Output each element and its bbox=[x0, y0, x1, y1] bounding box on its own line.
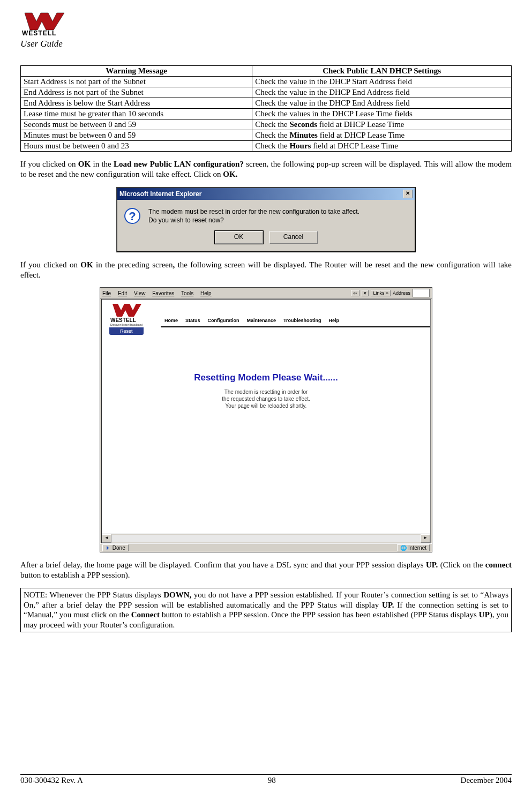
warn-msg: Seconds must be between 0 and 59 bbox=[21, 119, 252, 130]
svg-text:Discover Better Broadband: Discover Better Broadband bbox=[110, 323, 143, 326]
ie-dialog: Microsoft Internet Explorer ✕ ? The mode… bbox=[20, 187, 512, 252]
tab-maintenance[interactable]: Maintenance bbox=[243, 316, 280, 325]
dialog-message: The modem must be reset in order for the… bbox=[148, 207, 359, 225]
scroll-track[interactable] bbox=[111, 535, 421, 542]
address-input[interactable] bbox=[413, 289, 430, 297]
warn-check: Check the Hours field at DHCP Lease Time bbox=[252, 141, 512, 152]
status-zone: 🌐 Internet bbox=[397, 544, 430, 551]
tab-configuration[interactable]: Configuration bbox=[204, 316, 243, 325]
router-tabs: Home Status Configuration Maintenance Tr… bbox=[161, 303, 430, 327]
paragraph-1: If you clicked on OK in the Load new Pub… bbox=[20, 159, 512, 180]
table-row: End Address is below the Start Address C… bbox=[21, 98, 512, 109]
table-row: Lease time must be greater than 10 secon… bbox=[21, 109, 512, 119]
subtab-reset[interactable]: Reset bbox=[109, 327, 144, 335]
svg-text:?: ? bbox=[129, 210, 136, 223]
dialog-titlebar: Microsoft Internet Explorer ✕ bbox=[117, 188, 415, 200]
doc-subtitle: User Guide bbox=[20, 39, 512, 49]
paragraph-3: After a brief delay, the home page will … bbox=[20, 560, 512, 580]
warn-msg: Lease time must be greater than 10 secon… bbox=[21, 109, 252, 119]
page-footer: 030-300432 Rev. A 98 December 2004 bbox=[20, 774, 512, 785]
back-button[interactable]: ⇦ bbox=[351, 290, 359, 296]
internet-icon: 🌐 bbox=[400, 545, 407, 551]
footer-date: December 2004 bbox=[461, 776, 512, 785]
menu-favorites[interactable]: Favorites bbox=[152, 290, 174, 296]
footer-rev: 030-300432 Rev. A bbox=[20, 776, 83, 785]
warn-msg: End Address is not part of the Subnet bbox=[21, 87, 252, 98]
warning-table: Warning Message Check Public LAN DHCP Se… bbox=[20, 65, 512, 152]
scroll-left-icon[interactable]: ◄ bbox=[102, 534, 111, 543]
warn-check: Check the Minutes field at DHCP Lease Ti… bbox=[252, 130, 512, 141]
menu-view[interactable]: View bbox=[134, 290, 146, 296]
table-header-warning: Warning Message bbox=[21, 66, 252, 77]
svg-text:WESTELL: WESTELL bbox=[22, 29, 56, 36]
warn-msg: Start Address is not part of the Subnet bbox=[21, 77, 252, 87]
warn-check: Check the value in the DHCP Start Addres… bbox=[252, 77, 512, 87]
table-row: End Address is not part of the Subnet Ch… bbox=[21, 87, 512, 98]
browser-statusbar: 🞂 Done 🌐 Internet bbox=[100, 543, 432, 552]
warn-check: Check the value in the DHCP End Address … bbox=[252, 98, 512, 109]
horizontal-scrollbar[interactable]: ◄ ► bbox=[102, 534, 430, 543]
address-label: Address bbox=[393, 290, 410, 296]
cancel-button[interactable]: Cancel bbox=[269, 231, 318, 244]
westell-logo-icon: WESTELL bbox=[20, 12, 74, 36]
table-header-check: Check Public LAN DHCP Settings bbox=[252, 66, 512, 77]
menu-edit[interactable]: Edit bbox=[118, 290, 127, 296]
table-row: Start Address is not part of the Subnet … bbox=[21, 77, 512, 87]
svg-text:WESTELL: WESTELL bbox=[110, 317, 136, 323]
page-header: WESTELL User Guide bbox=[20, 12, 512, 49]
browser-menubar: File Edit View Favorites Tools Help ⇦ ▾ … bbox=[100, 288, 432, 299]
table-row: Hours must be between 0 and 23 Check the… bbox=[21, 141, 512, 152]
links-label[interactable]: Links » bbox=[371, 290, 391, 296]
reset-heading: Resetting Modem Please Wait...... bbox=[194, 372, 338, 383]
status-done: 🞂 Done bbox=[102, 544, 129, 551]
menu-help[interactable]: Help bbox=[200, 290, 212, 296]
tab-home[interactable]: Home bbox=[161, 316, 182, 325]
warn-check: Check the values in the DHCP Lease Time … bbox=[252, 109, 512, 119]
question-icon: ? bbox=[124, 207, 141, 225]
warn-check: Check the Seconds field at DHCP Lease Ti… bbox=[252, 119, 512, 130]
tab-status[interactable]: Status bbox=[182, 316, 204, 325]
toolbar-sep: ▾ bbox=[362, 290, 369, 296]
warn-msg: End Address is below the Start Address bbox=[21, 98, 252, 109]
note-box: NOTE: Whenever the PPP Status displays D… bbox=[20, 588, 512, 632]
close-button[interactable]: ✕ bbox=[403, 190, 413, 198]
router-logo: WESTELL Discover Better Broadband bbox=[109, 303, 158, 327]
warn-msg: Hours must be between 0 and 23 bbox=[21, 141, 252, 152]
menu-file[interactable]: File bbox=[102, 290, 111, 296]
warn-check: Check the value in the DHCP End Address … bbox=[252, 87, 512, 98]
menu-tools[interactable]: Tools bbox=[181, 290, 193, 296]
scroll-right-icon[interactable]: ► bbox=[421, 534, 430, 543]
ok-button[interactable]: OK bbox=[215, 231, 263, 244]
tab-troubleshooting[interactable]: Troubleshooting bbox=[280, 316, 325, 325]
reset-text: The modem is resetting in order for the … bbox=[222, 388, 310, 409]
dialog-title-text: Microsoft Internet Explorer bbox=[119, 190, 201, 198]
footer-page: 98 bbox=[268, 776, 276, 785]
warn-msg: Minutes must be between 0 and 59 bbox=[21, 130, 252, 141]
paragraph-2: If you clicked on OK in the preceding sc… bbox=[20, 260, 512, 280]
browser-screenshot: File Edit View Favorites Tools Help ⇦ ▾ … bbox=[20, 287, 512, 552]
table-row: Seconds must be between 0 and 59 Check t… bbox=[21, 119, 512, 130]
tab-help[interactable]: Help bbox=[325, 316, 343, 325]
table-row: Minutes must be between 0 and 59 Check t… bbox=[21, 130, 512, 141]
